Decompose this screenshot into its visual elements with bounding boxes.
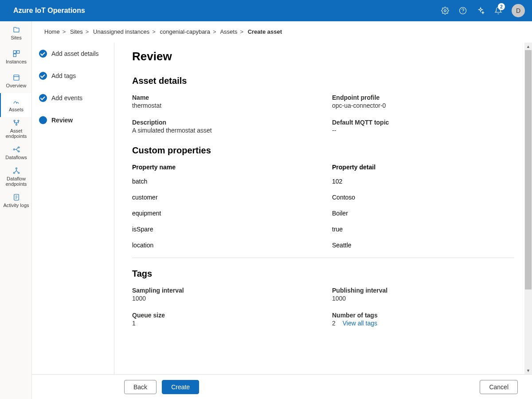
svg-point-2	[462, 12, 463, 12]
svg-rect-5	[13, 54, 16, 57]
avatar[interactable]: D	[512, 4, 525, 17]
sidebar-label: Sites	[11, 35, 21, 41]
name-label: Name	[132, 94, 314, 101]
settings-icon[interactable]	[436, 0, 454, 21]
page-title: Review	[132, 50, 514, 63]
custom-props-heading: Custom properties	[132, 145, 514, 156]
crumb-unassigned[interactable]: Unassigned instances	[93, 28, 149, 35]
crumb-sites[interactable]: Sites	[70, 28, 83, 35]
prop-row: batch102	[132, 178, 514, 185]
queue-value: 1	[132, 320, 314, 327]
sampling-value: 1000	[132, 295, 314, 302]
prop-detail: true	[332, 226, 514, 233]
svg-point-10	[13, 149, 15, 150]
mqtt-value: --	[332, 127, 514, 134]
sidebar-label: Dataflows	[5, 155, 27, 160]
sidebar-item-asset-endpoints[interactable]: Asset endpoints	[0, 117, 31, 141]
wizard-steps: Add asset details Add tags Add events Re…	[32, 43, 114, 374]
prop-col-name: Property name	[132, 164, 314, 171]
queue-label: Queue size	[132, 312, 314, 319]
publishing-label: Publishing interval	[332, 287, 514, 294]
crumb-instance[interactable]: congenial-capybara	[160, 28, 210, 35]
prop-row: locationSeattle	[132, 242, 514, 249]
description-label: Description	[132, 119, 314, 126]
scroll-down-icon[interactable]: ▼	[524, 367, 532, 374]
prop-row: equipmentBoiler	[132, 210, 514, 217]
prop-detail: Contoso	[332, 194, 514, 201]
sidebar-item-instances[interactable]: Instances	[0, 45, 31, 69]
sidebar-item-dataflows[interactable]: Dataflows	[0, 141, 31, 165]
prop-detail: Boiler	[332, 210, 514, 217]
prop-row: isSparetrue	[132, 226, 514, 233]
svg-point-13	[16, 168, 17, 169]
scroll-up-icon[interactable]: ▲	[524, 43, 532, 50]
mqtt-label: Default MQTT topic	[332, 119, 514, 126]
prop-name: isSpare	[132, 226, 314, 233]
endpoint-value: opc-ua-connector-0	[332, 102, 514, 109]
app-title: Azure IoT Operations	[13, 7, 436, 15]
crumb-home[interactable]: Home	[44, 28, 60, 35]
prop-col-detail: Property detail	[332, 164, 514, 171]
scrollbar[interactable]: ▲ ▼	[524, 43, 532, 374]
sidebar-label: Assets	[9, 107, 23, 113]
step-add-asset-details[interactable]: Add asset details	[39, 50, 114, 58]
back-button[interactable]: Back	[124, 380, 156, 394]
prop-row: customerContoso	[132, 194, 514, 201]
help-icon[interactable]	[454, 0, 472, 21]
step-label: Add asset details	[51, 50, 99, 57]
prop-name: location	[132, 242, 314, 249]
step-check-icon	[39, 50, 47, 58]
svg-point-12	[18, 151, 19, 152]
prop-name: batch	[132, 178, 314, 185]
step-label: Add events	[51, 94, 82, 102]
sidebar-item-activity-logs[interactable]: Activity logs	[0, 189, 31, 213]
step-check-icon	[39, 72, 47, 80]
svg-point-9	[16, 124, 17, 125]
crumb-assets[interactable]: Assets	[220, 28, 237, 35]
step-review[interactable]: Review	[39, 116, 114, 124]
tag-count-value: 2	[332, 320, 336, 327]
create-button[interactable]: Create	[162, 380, 199, 394]
crumb-current: Create asset	[248, 28, 282, 35]
cancel-button[interactable]: Cancel	[480, 380, 518, 394]
sidebar-item-assets[interactable]: Assets	[0, 93, 31, 117]
tag-count-label: Number of tags	[332, 312, 514, 319]
review-panel: Review Asset details Name thermostat End…	[114, 43, 532, 374]
endpoint-label: Endpoint profile	[332, 94, 514, 101]
svg-point-14	[13, 172, 15, 174]
asset-details-heading: Asset details	[132, 76, 514, 86]
sidebar-label: Dataflow endpoints	[2, 176, 31, 187]
wizard-footer: Back Create Cancel	[32, 374, 532, 399]
svg-point-0	[444, 10, 446, 12]
sidebar-label: Instances	[6, 59, 27, 65]
svg-rect-6	[14, 75, 19, 80]
sidebar-label: Activity logs	[3, 203, 29, 208]
svg-point-15	[18, 172, 19, 174]
notifications-icon[interactable]: 2	[489, 0, 507, 21]
top-bar: Azure IoT Operations 2 D	[0, 0, 532, 21]
sidebar-item-sites[interactable]: Sites	[0, 21, 31, 45]
sidebar-label: Overview	[6, 83, 27, 89]
breadcrumb: Home> Sites> Unassigned instances> conge…	[32, 21, 532, 43]
step-add-tags[interactable]: Add tags	[39, 72, 114, 80]
sidebar-item-dataflow-endpoints[interactable]: Dataflow endpoints	[0, 165, 31, 189]
svg-point-7	[14, 120, 15, 121]
left-nav: Sites Instances Overview Assets Asset en…	[0, 21, 32, 399]
svg-rect-3	[13, 51, 16, 53]
sparkle-icon[interactable]	[472, 0, 489, 21]
step-add-events[interactable]: Add events	[39, 94, 114, 102]
prop-detail: Seattle	[332, 242, 514, 249]
divider	[132, 258, 514, 258]
step-check-icon	[39, 94, 47, 102]
sidebar-label: Asset endpoints	[2, 128, 31, 139]
description-value: A simulated thermostat asset	[132, 127, 314, 134]
svg-point-11	[18, 147, 19, 148]
sidebar-item-overview[interactable]: Overview	[0, 69, 31, 93]
name-value: thermostat	[132, 102, 314, 109]
scroll-thumb[interactable]	[525, 50, 532, 289]
prop-detail: 102	[332, 178, 514, 185]
view-all-tags-link[interactable]: View all tags	[343, 320, 377, 327]
step-current-icon	[39, 116, 47, 124]
prop-name: customer	[132, 194, 314, 201]
tags-heading: Tags	[132, 269, 514, 279]
